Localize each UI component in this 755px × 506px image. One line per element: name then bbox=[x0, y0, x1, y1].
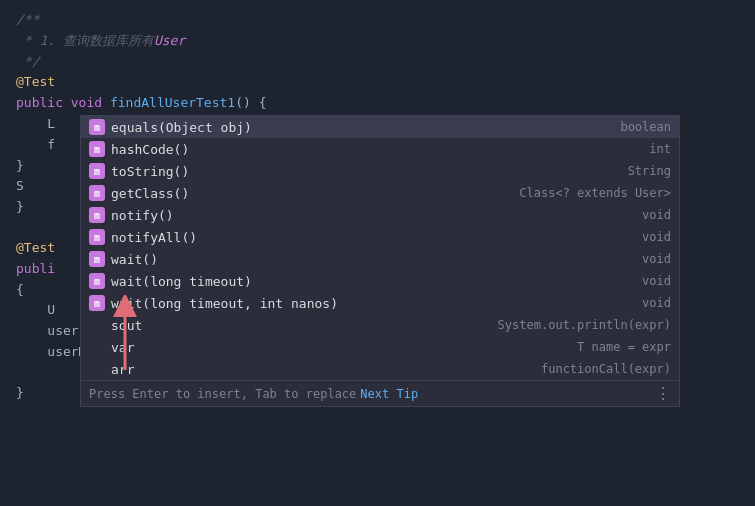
autocomplete-status-bar: Press Enter to insert, Tab to replace Ne… bbox=[81, 380, 679, 406]
autocomplete-item[interactable]: arr functionCall(expr) bbox=[81, 358, 679, 380]
code-text: U bbox=[16, 300, 55, 321]
method-icon: m bbox=[89, 295, 105, 311]
method-icon: m bbox=[89, 119, 105, 135]
code-text: } bbox=[16, 197, 24, 218]
item-type: String bbox=[628, 164, 671, 178]
keyword-public: public bbox=[16, 93, 63, 114]
autocomplete-item[interactable]: var T name = expr bbox=[81, 336, 679, 358]
code-line: * 1. 查询数据库所有User bbox=[0, 31, 755, 52]
code-text: { bbox=[16, 280, 24, 301]
autocomplete-item[interactable]: m notify() void bbox=[81, 204, 679, 226]
method-icon: m bbox=[89, 229, 105, 245]
code-text: } bbox=[16, 383, 24, 404]
item-name: getClass() bbox=[111, 186, 519, 201]
item-name: notify() bbox=[111, 208, 642, 223]
method-icon: m bbox=[89, 185, 105, 201]
code-text: } bbox=[16, 156, 24, 177]
item-name: toString() bbox=[111, 164, 628, 179]
item-name: var bbox=[111, 340, 577, 355]
item-type: void bbox=[642, 296, 671, 310]
hint-text: Press Enter to insert, Tab to replace bbox=[89, 387, 356, 401]
item-name: equals(Object obj) bbox=[111, 120, 620, 135]
item-name: wait(long timeout, int nanos) bbox=[111, 296, 642, 311]
comment-text: /** bbox=[16, 10, 39, 31]
item-type: int bbox=[649, 142, 671, 156]
autocomplete-item[interactable]: sout System.out.println(expr) bbox=[81, 314, 679, 336]
method-icon: m bbox=[89, 251, 105, 267]
comment-text: */ bbox=[16, 52, 39, 73]
autocomplete-item[interactable]: m notifyAll() void bbox=[81, 226, 679, 248]
code-line: */ bbox=[0, 52, 755, 73]
code-text: () { bbox=[235, 93, 266, 114]
keyword-void: void bbox=[71, 93, 102, 114]
next-tip-button[interactable]: Next Tip bbox=[360, 387, 418, 401]
item-name: sout bbox=[111, 318, 498, 333]
autocomplete-item[interactable]: m wait(long timeout, int nanos) void bbox=[81, 292, 679, 314]
autocomplete-item[interactable]: m wait(long timeout) void bbox=[81, 270, 679, 292]
item-type: boolean bbox=[620, 120, 671, 134]
method-name: findAllUserTest1 bbox=[110, 93, 235, 114]
keyword-text: publi bbox=[16, 259, 55, 280]
item-name: arr bbox=[111, 362, 541, 377]
item-type: Class<? extends User> bbox=[519, 186, 671, 200]
annotation-text: @Test bbox=[16, 72, 55, 93]
autocomplete-item[interactable]: m toString() String bbox=[81, 160, 679, 182]
autocomplete-dropdown[interactable]: m equals(Object obj) boolean m hashCode(… bbox=[80, 115, 680, 407]
item-name: hashCode() bbox=[111, 142, 649, 157]
item-type: T name = expr bbox=[577, 340, 671, 354]
item-name: wait(long timeout) bbox=[111, 274, 642, 289]
code-text bbox=[102, 93, 110, 114]
autocomplete-item[interactable]: m getClass() Class<? extends User> bbox=[81, 182, 679, 204]
method-icon: m bbox=[89, 207, 105, 223]
comment-text: * 1. 查询数据库所有User bbox=[16, 31, 185, 52]
method-icon: m bbox=[89, 141, 105, 157]
code-line: public void findAllUserTest1 () { bbox=[0, 93, 755, 114]
autocomplete-item[interactable]: m wait() void bbox=[81, 248, 679, 270]
code-line: @Test bbox=[0, 72, 755, 93]
code-text: L bbox=[16, 114, 55, 135]
autocomplete-item[interactable]: m hashCode() int bbox=[81, 138, 679, 160]
item-name: wait() bbox=[111, 252, 642, 267]
red-arrow-indicator bbox=[105, 295, 145, 378]
code-text: f bbox=[16, 135, 55, 156]
code-text: S bbox=[16, 176, 24, 197]
autocomplete-item[interactable]: m equals(Object obj) boolean bbox=[81, 116, 679, 138]
item-name: notifyAll() bbox=[111, 230, 642, 245]
method-icon: m bbox=[89, 163, 105, 179]
item-type: functionCall(expr) bbox=[541, 362, 671, 376]
item-type: void bbox=[642, 274, 671, 288]
item-type: void bbox=[642, 230, 671, 244]
code-text: user. bbox=[16, 321, 86, 342]
item-type: System.out.println(expr) bbox=[498, 318, 671, 332]
code-line: /** bbox=[0, 10, 755, 31]
code-text bbox=[63, 93, 71, 114]
method-icon: m bbox=[89, 273, 105, 289]
more-options-icon[interactable]: ⋮ bbox=[655, 384, 671, 403]
annotation-text: @Test bbox=[16, 238, 55, 259]
item-type: void bbox=[642, 252, 671, 266]
item-type: void bbox=[642, 208, 671, 222]
